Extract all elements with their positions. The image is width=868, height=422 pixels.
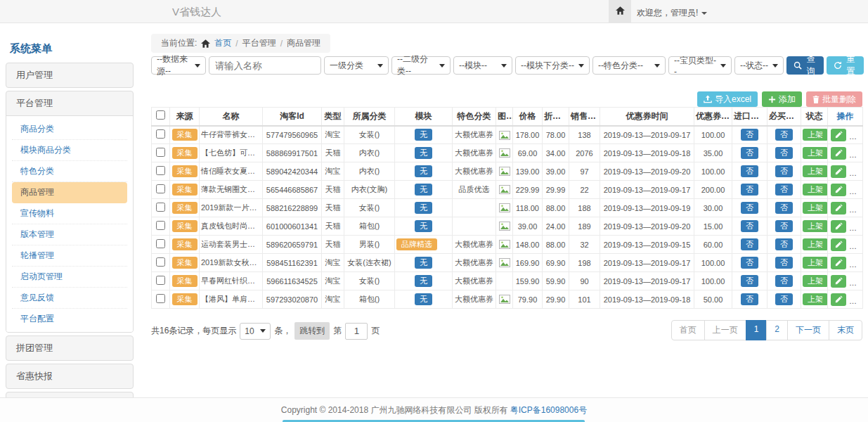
icp-link[interactable]: 粤ICP备16098006号 bbox=[510, 404, 587, 416]
must-buy-toggle[interactable]: 否 bbox=[775, 220, 793, 232]
breadcrumb-home-link[interactable]: 首页 bbox=[214, 37, 231, 49]
select-all-checkbox[interactable] bbox=[156, 110, 165, 120]
must-buy-toggle[interactable]: 否 bbox=[775, 293, 793, 305]
must-buy-toggle[interactable]: 否 bbox=[775, 257, 793, 269]
sidebar-group-toggle[interactable]: 拼团管理 bbox=[6, 336, 133, 360]
module-badge[interactable]: 无 bbox=[415, 147, 432, 159]
import-optional-toggle[interactable]: 否 bbox=[741, 293, 758, 305]
sidebar-group-toggle[interactable]: 用户管理 bbox=[6, 63, 133, 87]
pager-button[interactable]: 上一页 bbox=[704, 320, 746, 340]
jump-button[interactable]: 跳转到 bbox=[294, 322, 330, 340]
sidebar-item[interactable]: 平台配置 bbox=[12, 309, 127, 329]
filter-select[interactable]: --特色分类-- bbox=[592, 56, 666, 75]
status-badge[interactable]: 上架 bbox=[803, 293, 828, 305]
home-button[interactable] bbox=[609, 0, 631, 23]
must-buy-toggle[interactable]: 否 bbox=[775, 129, 793, 141]
status-badge[interactable]: 上架 bbox=[803, 129, 828, 141]
module-badge[interactable]: 无 bbox=[415, 257, 432, 269]
import-optional-toggle[interactable]: 否 bbox=[741, 165, 758, 177]
edit-button[interactable] bbox=[831, 202, 846, 215]
filter-select[interactable]: --宝贝类型-- bbox=[668, 56, 732, 75]
module-badge[interactable]: 无 bbox=[415, 184, 432, 196]
sidebar-group-toggle[interactable]: 省惠快报 bbox=[6, 364, 133, 388]
filter-select[interactable]: --数据来源-- bbox=[151, 56, 206, 75]
sidebar-item[interactable]: 意见反馈 bbox=[12, 288, 127, 309]
search-button[interactable]: 查询 bbox=[786, 56, 824, 75]
status-badge[interactable]: 上架 bbox=[803, 220, 828, 232]
filter-select[interactable]: --模块-- bbox=[453, 56, 512, 75]
import-optional-toggle[interactable]: 否 bbox=[741, 184, 758, 196]
import-optional-toggle[interactable]: 否 bbox=[741, 202, 758, 214]
pager-button[interactable]: 1 bbox=[746, 320, 767, 340]
row-checkbox[interactable] bbox=[156, 129, 165, 139]
sidebar-item[interactable]: 启动页管理 bbox=[12, 267, 127, 288]
pager-button[interactable]: 2 bbox=[766, 320, 788, 340]
sidebar-item[interactable]: 轮播管理 bbox=[12, 245, 127, 267]
import-optional-toggle[interactable]: 否 bbox=[741, 257, 758, 269]
edit-button[interactable] bbox=[831, 165, 846, 178]
edit-button[interactable] bbox=[831, 238, 846, 251]
edit-button[interactable] bbox=[831, 293, 846, 306]
sidebar-item[interactable]: 商品分类 bbox=[12, 119, 127, 140]
batch-delete-button[interactable]: 批量删除 bbox=[806, 91, 862, 107]
page-number-input[interactable] bbox=[345, 323, 368, 340]
row-checkbox[interactable] bbox=[156, 221, 165, 230]
per-page-select[interactable]: 10 bbox=[240, 323, 271, 340]
edit-button[interactable] bbox=[831, 184, 846, 196]
must-buy-toggle[interactable]: 否 bbox=[775, 165, 793, 177]
module-badge[interactable]: 无 bbox=[415, 220, 432, 232]
module-badge[interactable]: 无 bbox=[415, 165, 432, 177]
status-badge[interactable]: 上架 bbox=[803, 275, 828, 287]
row-checkbox[interactable] bbox=[156, 166, 165, 175]
sidebar-item[interactable]: 版本管理 bbox=[12, 224, 127, 245]
filter-select[interactable]: 一级分类 bbox=[324, 56, 389, 75]
import-excel-button[interactable]: 导入excel bbox=[697, 91, 758, 107]
status-badge[interactable]: 上架 bbox=[803, 202, 828, 214]
status-badge[interactable]: 上架 bbox=[803, 238, 828, 250]
module-badge[interactable]: 无 bbox=[415, 202, 432, 214]
add-button[interactable]: 添加 bbox=[762, 91, 802, 107]
edit-button[interactable] bbox=[831, 257, 846, 269]
name-search-input[interactable] bbox=[209, 56, 321, 75]
module-badge[interactable]: 无 bbox=[415, 129, 432, 141]
row-checkbox[interactable] bbox=[156, 276, 165, 285]
edit-button[interactable] bbox=[831, 275, 846, 288]
must-buy-toggle[interactable]: 否 bbox=[775, 147, 793, 159]
module-badge[interactable]: 无 bbox=[415, 275, 432, 287]
import-optional-toggle[interactable]: 否 bbox=[741, 220, 758, 232]
pager-button[interactable]: 首页 bbox=[671, 320, 705, 340]
import-optional-toggle[interactable]: 否 bbox=[741, 147, 758, 159]
edit-button[interactable] bbox=[831, 129, 846, 141]
edit-button[interactable] bbox=[831, 147, 846, 160]
status-badge[interactable]: 上架 bbox=[803, 257, 828, 269]
must-buy-toggle[interactable]: 否 bbox=[775, 202, 793, 214]
status-badge[interactable]: 上架 bbox=[803, 165, 828, 177]
sidebar-group-toggle[interactable]: 平台管理 bbox=[6, 91, 133, 115]
row-checkbox[interactable] bbox=[156, 203, 165, 212]
pager-button[interactable]: 下一页 bbox=[787, 320, 829, 340]
status-badge[interactable]: 上架 bbox=[803, 147, 828, 159]
filter-select[interactable]: --二级分类-- bbox=[391, 56, 451, 75]
sidebar-item[interactable]: 宣传物料 bbox=[12, 203, 127, 224]
sidebar-item[interactable]: 商品管理 bbox=[12, 182, 127, 203]
row-checkbox[interactable] bbox=[156, 184, 165, 193]
must-buy-toggle[interactable]: 否 bbox=[775, 238, 793, 250]
import-optional-toggle[interactable]: 否 bbox=[741, 129, 758, 141]
row-checkbox[interactable] bbox=[156, 294, 165, 303]
status-badge[interactable]: 上架 bbox=[803, 184, 828, 196]
sidebar-item[interactable]: 模块商品分类 bbox=[12, 140, 127, 161]
row-checkbox[interactable] bbox=[156, 148, 165, 157]
pager-button[interactable]: 末页 bbox=[829, 320, 862, 340]
must-buy-toggle[interactable]: 否 bbox=[775, 275, 793, 287]
reset-button[interactable]: 重置 bbox=[827, 56, 864, 75]
sidebar-item[interactable]: 特色分类 bbox=[12, 161, 127, 182]
filter-select[interactable]: --状态-- bbox=[734, 56, 784, 75]
edit-button[interactable] bbox=[831, 220, 846, 233]
import-optional-toggle[interactable]: 否 bbox=[741, 238, 758, 250]
module-badge[interactable]: 无 bbox=[415, 293, 432, 305]
must-buy-toggle[interactable]: 否 bbox=[775, 184, 793, 196]
row-checkbox[interactable] bbox=[156, 239, 165, 248]
filter-select[interactable]: --模块下分类-- bbox=[515, 56, 590, 75]
module-badge[interactable]: 品牌精选 bbox=[396, 238, 437, 250]
user-menu[interactable]: 欢迎您，管理员! bbox=[637, 7, 707, 19]
